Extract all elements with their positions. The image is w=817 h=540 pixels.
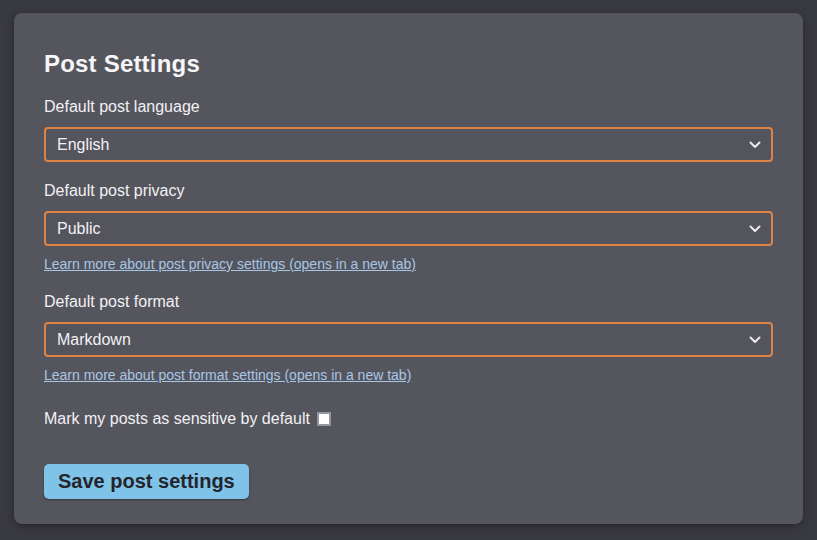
privacy-select[interactable]: Public xyxy=(44,211,773,246)
sensitive-label: Mark my posts as sensitive by default xyxy=(44,410,310,428)
format-select[interactable]: Markdown xyxy=(44,322,773,357)
format-learn-more-link[interactable]: Learn more about post format settings (o… xyxy=(44,367,411,383)
privacy-select-wrap: Public xyxy=(44,211,773,246)
language-select[interactable]: English xyxy=(44,127,773,162)
format-label: Default post format xyxy=(44,293,773,311)
language-select-wrap: English xyxy=(44,127,773,162)
format-select-wrap: Markdown xyxy=(44,322,773,357)
page-title: Post Settings xyxy=(44,50,773,78)
privacy-label: Default post privacy xyxy=(44,182,773,200)
privacy-learn-more-link[interactable]: Learn more about post privacy settings (… xyxy=(44,256,416,272)
sensitive-checkbox[interactable] xyxy=(317,412,331,426)
sensitive-row: Mark my posts as sensitive by default xyxy=(44,410,773,428)
language-label: Default post language xyxy=(44,98,773,116)
post-settings-panel: Post Settings Default post language Engl… xyxy=(14,13,803,524)
save-post-settings-button[interactable]: Save post settings xyxy=(44,464,249,499)
